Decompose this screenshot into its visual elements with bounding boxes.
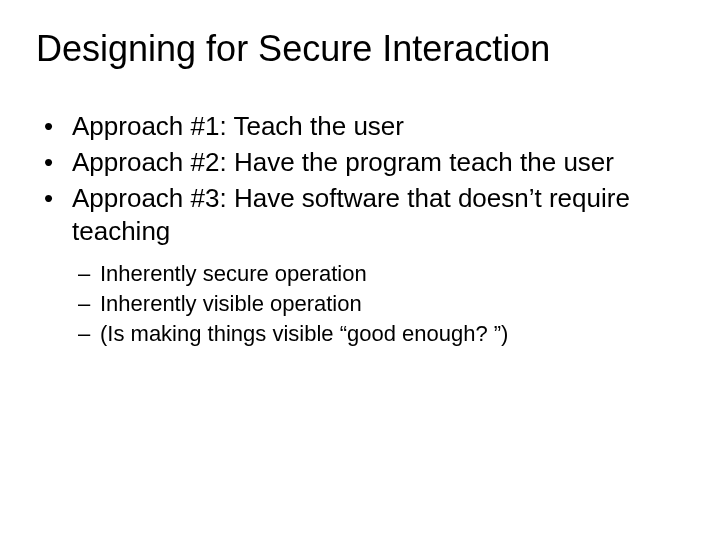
list-item: Approach #1: Teach the user: [44, 110, 684, 144]
list-item: Inherently secure operation: [78, 259, 684, 289]
list-item: Approach #3: Have software that doesn’t …: [44, 182, 684, 250]
sub-bullet-list: Inherently secure operation Inherently v…: [78, 259, 684, 348]
slide-title: Designing for Secure Interaction: [36, 28, 684, 70]
list-item: (Is making things visible “good enough? …: [78, 319, 684, 349]
bullet-list: Approach #1: Teach the user Approach #2:…: [44, 110, 684, 249]
list-item: Approach #2: Have the program teach the …: [44, 146, 684, 180]
list-item: Inherently visible operation: [78, 289, 684, 319]
